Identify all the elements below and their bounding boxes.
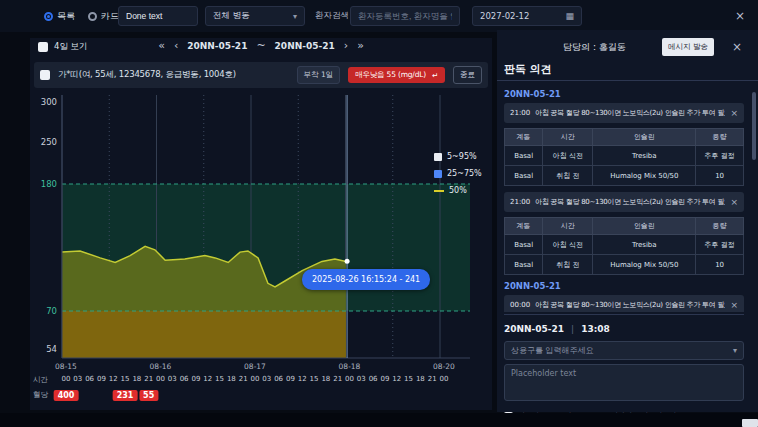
table-cell: 취침 전	[543, 166, 593, 186]
radio-card-label: 카드	[101, 10, 119, 23]
legend-label: 5~95%	[447, 152, 477, 161]
patient-search-label: 환자검색	[315, 0, 349, 32]
ward-select[interactable]: 전체 병동 ▾	[205, 6, 305, 26]
opinion-note-card: 00:00아침 공복 혈당 80~130이면 노보믹스(2u) 인슐린 추가 투…	[504, 295, 744, 312]
insulin-table-header: 용량	[696, 129, 744, 146]
svg-text:300: 300	[41, 97, 57, 107]
composer-time: 13:08	[581, 324, 610, 334]
table-cell: Tresiba	[593, 146, 696, 166]
chevron-down-icon: ▾	[293, 12, 297, 21]
date-range-nav: « ‹ 20NN-05-21 ~ 20NN-05-21 › »	[30, 39, 492, 52]
x-axis-hour-label: 09	[286, 375, 295, 383]
x-axis-hour-label: 03	[73, 375, 82, 383]
calendar-icon[interactable]: ▦	[565, 11, 574, 21]
divider	[497, 80, 758, 81]
note-delete-icon[interactable]: ×	[730, 300, 738, 310]
date-picker[interactable]: 2027-02-12 ▦	[472, 6, 582, 26]
x-axis-hour-label: 21	[428, 375, 437, 383]
end-button[interactable]: 종료	[453, 66, 482, 84]
note-delete-icon[interactable]: ×	[730, 197, 738, 207]
search-input[interactable]	[118, 6, 198, 26]
radio-selected-icon[interactable]	[44, 12, 53, 21]
x-axis-day-label: 08-15	[55, 362, 77, 371]
x-axis-hour-label: 06	[85, 375, 94, 383]
table-cell: Basal	[505, 235, 543, 255]
insulin-table-header: 계통	[505, 129, 543, 146]
legend-swatch-icon	[434, 153, 442, 161]
radio-card-view[interactable]: 카드	[88, 10, 119, 23]
x-axis-hour-label: 18	[227, 375, 236, 383]
table-cell: 추후 결정	[696, 235, 744, 255]
x-axis-hour-label: 18	[132, 375, 141, 383]
glucose-event-badge[interactable]: 231	[113, 390, 138, 401]
panel-title: 판독 의견	[504, 62, 552, 77]
glucose-panel: 4일 보기 « ‹ 20NN-05-21 ~ 20NN-05-21 › » 가*…	[30, 38, 492, 410]
topbar: 목록 카드 전체 병동 ▾ 환자검색 2027-02-12 ▦ ×	[0, 0, 758, 32]
composer-meta: 20NN-05-21 | 13:08	[504, 324, 744, 334]
note-delete-icon[interactable]: ×	[730, 108, 738, 118]
svg-text:54: 54	[46, 344, 57, 354]
insulin-table-header: 시간	[543, 129, 593, 146]
x-axis-hour-label: 15	[121, 375, 130, 383]
range-date-to: 20NN-05-21	[275, 41, 335, 51]
x-axis-hour-label: 18	[416, 375, 425, 383]
attach-days-badge: 부착 1일	[297, 66, 341, 84]
close-icon[interactable]: ×	[732, 8, 748, 24]
panel-header: 담당의 : 홍길동 메시지 발송 ×	[497, 38, 758, 58]
table-row: Basal취침 전Humalog Mix 50/5010	[505, 166, 744, 186]
prev-page-icon[interactable]: ‹	[174, 39, 178, 52]
patient-search-input[interactable]	[350, 6, 460, 26]
panel-close-icon[interactable]: ×	[732, 40, 742, 54]
table-cell: 아침 식전	[543, 235, 593, 255]
glucose-event-badge[interactable]: 55	[139, 390, 158, 401]
note-time: 21:00	[510, 198, 530, 206]
radio-list-view[interactable]: 목록	[44, 10, 75, 23]
chart-tooltip: 2025-08-26 16:15:24 - 241	[302, 269, 430, 290]
scrollbar-thumb[interactable]	[752, 92, 756, 160]
table-cell: Basal	[505, 255, 543, 275]
x-axis-hour-label: 06	[180, 375, 189, 383]
range-date-from: 20NN-05-21	[187, 41, 247, 51]
low-glucose-alert-badge[interactable]: 매우낮음 55 (mg/dL) ↵	[348, 67, 445, 83]
x-axis-hour-label: 00	[156, 375, 165, 383]
x-axis-hour-label: 12	[109, 375, 118, 383]
phrase-select[interactable]: 상용구를 입력해주세요 ▾	[504, 341, 744, 360]
legend-item: 50%	[434, 186, 482, 195]
x-axis-hour-label: 09	[191, 375, 200, 383]
panel-toolbar: 4일 보기 « ‹ 20NN-05-21 ~ 20NN-05-21 › »	[30, 38, 492, 60]
legend-label: 50%	[449, 186, 467, 195]
x-axis-hour-label: 12	[298, 375, 307, 383]
patient-checkbox[interactable]	[40, 70, 50, 80]
opinion-textarea[interactable]	[504, 364, 744, 401]
app-window: 목록 카드 전체 병동 ▾ 환자검색 2027-02-12 ▦ × 4일 보기	[0, 0, 758, 427]
svg-text:250: 250	[41, 137, 57, 147]
legend-swatch-icon	[434, 190, 444, 192]
insulin-table-header: 시간	[543, 218, 593, 235]
first-page-icon[interactable]: «	[158, 39, 165, 52]
send-message-button[interactable]: 메시지 발송	[662, 38, 714, 56]
table-cell: Tresiba	[593, 235, 696, 255]
last-page-icon[interactable]: »	[357, 39, 364, 52]
section-date: 20NN-05-21	[504, 89, 744, 99]
x-axis-hour-label: 03	[168, 375, 177, 383]
note-text: 아침 공복 혈당 80~130이면 노보믹스(2u) 인슐린 추가 투여 필요함…	[535, 197, 725, 207]
table-cell: 10	[696, 166, 744, 186]
legend-item: 25~75%	[434, 169, 482, 178]
x-axis-day-label: 08-17	[244, 362, 266, 371]
table-row: Basal취침 전Humalog Mix 50/5010	[505, 255, 744, 275]
glucose-row-label: 혈당	[33, 390, 48, 400]
x-axis-hour-label: 21	[333, 375, 342, 383]
cutoff-button[interactable]	[742, 419, 758, 427]
glucose-event-badge[interactable]: 400	[54, 390, 79, 401]
table-cell: Humalog Mix 50/50	[593, 255, 696, 275]
opinion-note-card: 21:00아침 공복 혈당 80~130이면 노보믹스(2u) 인슐린 추가 투…	[504, 192, 744, 212]
radio-list-label: 목록	[57, 10, 75, 23]
bottom-strip	[0, 413, 758, 427]
radio-unselected-icon[interactable]	[88, 12, 97, 21]
x-axis-day-label: 08-20	[433, 362, 455, 371]
table-cell: Humalog Mix 50/50	[593, 166, 696, 186]
date-picker-value: 2027-02-12	[480, 11, 529, 21]
next-page-icon[interactable]: ›	[344, 39, 348, 52]
phrase-select-placeholder: 상용구를 입력해주세요	[511, 345, 594, 356]
glucose-chart: 3002501807054 5~95%25~75%50% 2025-08-26 …	[30, 90, 492, 410]
